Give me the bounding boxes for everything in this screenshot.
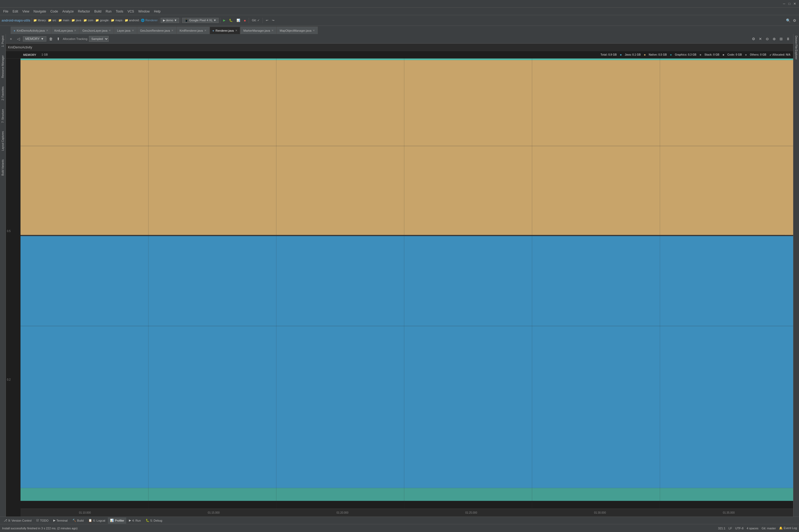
menu-vcs[interactable]: VCS: [125, 9, 137, 14]
menu-help[interactable]: Help: [152, 9, 163, 14]
code-label: Code: 0 GB: [727, 53, 742, 56]
sidebar-item-resource-manager[interactable]: Resource Manager: [1, 54, 5, 80]
breadcrumb-main[interactable]: 📁 main: [58, 19, 69, 22]
sidebar-item-structure[interactable]: 7: Structure: [1, 108, 5, 125]
menu-navigate[interactable]: Navigate: [32, 9, 48, 14]
breadcrumb-library[interactable]: 📁 library: [33, 19, 46, 22]
tab-close-kmldemoactivity[interactable]: ✕: [46, 29, 48, 32]
breadcrumb-src[interactable]: 📁 src: [48, 19, 56, 22]
java-dot: ■: [620, 53, 622, 56]
maximize-button[interactable]: □: [787, 2, 792, 6]
redo-button[interactable]: ↪: [270, 17, 276, 24]
tab-geojsonlayer[interactable]: GeoJsonLayer.java ✕: [79, 26, 114, 34]
bottom-tab-build[interactable]: 🔨 Build: [70, 517, 86, 524]
profile-button[interactable]: 📊: [235, 17, 242, 24]
tab-geojsonrenderer[interactable]: GeoJsonRenderer.java ✕: [137, 26, 177, 34]
menu-tools[interactable]: Tools: [114, 9, 125, 14]
sidebar-item-favorites[interactable]: 2: Favorites: [1, 85, 5, 102]
bottom-tab-todo[interactable]: ☑ TODO: [34, 517, 51, 524]
status-message: Install successfully finished in 3 s 222…: [2, 527, 77, 530]
memory-chart-svg: [20, 59, 793, 509]
search-everywhere-button[interactable]: 🔍: [785, 18, 791, 23]
menu-build[interactable]: Build: [92, 9, 104, 14]
git-button[interactable]: Git: ✓: [250, 17, 261, 24]
profiler-controls: ⚙ ✕ ⊖ ⊕ ⊞ ⏸: [750, 36, 791, 42]
tab-mapobjectmanager[interactable]: MapObjectManager.java ✕: [277, 26, 318, 34]
tab-close-kmlrenderer[interactable]: ✕: [204, 29, 206, 32]
bottom-tab-terminal[interactable]: ▶ Terminal: [51, 517, 70, 524]
undo-button[interactable]: ↩: [264, 17, 270, 24]
cursor-position[interactable]: 321:1: [718, 527, 726, 530]
menu-file[interactable]: File: [1, 9, 11, 14]
tab-kmldemoactivity[interactable]: ● KmlDemoActivity.java ✕: [11, 26, 51, 34]
menu-code[interactable]: Code: [48, 9, 60, 14]
git-branch[interactable]: Git: master: [762, 527, 776, 530]
minimize-button[interactable]: ─: [782, 2, 786, 6]
breadcrumb-com[interactable]: 📁 com: [83, 19, 93, 22]
tab-kmlrenderer[interactable]: KmlRenderer.java ✕: [177, 26, 209, 34]
tab-kmllayer[interactable]: KmlLayer.java ✕: [51, 26, 79, 34]
settings-button[interactable]: ⚙: [792, 18, 797, 23]
debug-button[interactable]: 🐛: [228, 17, 234, 24]
menu-window[interactable]: Window: [136, 9, 152, 14]
tab-close-kmllayer[interactable]: ✕: [74, 29, 76, 32]
device-selector[interactable]: 📱 Google Pixel 4 XL ▼: [182, 18, 219, 23]
run-button[interactable]: ▶: [222, 17, 227, 24]
tab-close-renderer[interactable]: ✕: [235, 29, 237, 32]
breadcrumb-java[interactable]: 📁 java: [71, 19, 81, 22]
indent[interactable]: 4 spaces: [747, 527, 759, 530]
tab-layer[interactable]: Layer.java ✕: [114, 26, 137, 34]
sampled-dropdown[interactable]: Sampled Full None: [89, 36, 109, 42]
breadcrumb-google[interactable]: 📁 google: [95, 19, 109, 22]
close-profiler-button[interactable]: ✕: [758, 36, 763, 42]
tab-renderer[interactable]: ● Renderer.java ✕: [210, 26, 240, 34]
breadcrumb-renderer[interactable]: 🌐 Renderer: [141, 19, 158, 22]
chart-area[interactable]: 0.5 0.2 10000 10000: [6, 59, 793, 517]
export-button[interactable]: ⬆: [55, 36, 61, 42]
bottom-tab-debug[interactable]: 🐛 5: Debug: [144, 517, 165, 524]
breadcrumb-android[interactable]: 📁 android: [125, 19, 139, 22]
menu-view[interactable]: View: [20, 9, 32, 14]
pause-button[interactable]: ⏸: [785, 36, 791, 42]
sidebar-item-layout-captures[interactable]: Layout Captures: [1, 130, 5, 152]
zoom-fit-button[interactable]: ⊞: [778, 36, 784, 42]
sidebar-item-project[interactable]: 1: Project: [1, 34, 5, 49]
bottom-tab-run[interactable]: ▶ 4: Run: [127, 517, 143, 524]
code-dot: ■: [723, 53, 724, 56]
bottom-tab-vcs[interactable]: ⎇ 9: Version Control: [2, 517, 34, 524]
settings-profiler-button[interactable]: ⚙: [750, 36, 757, 42]
menu-refactor[interactable]: Refactor: [76, 9, 92, 14]
event-log[interactable]: 🔔 Event Log: [779, 527, 797, 530]
menu-bar: File Edit View Navigate Code Analyze Ref…: [0, 7, 799, 15]
stop-button[interactable]: ■: [242, 17, 248, 24]
close-button[interactable]: ✕: [793, 2, 797, 6]
menu-run[interactable]: Run: [104, 9, 114, 14]
zoom-out-button[interactable]: ⊖: [764, 36, 770, 42]
line-ending[interactable]: LF: [729, 527, 732, 530]
run-config-selector[interactable]: ▶ demo ▼: [161, 18, 180, 23]
debug-icon: 🐛: [146, 519, 149, 522]
tab-markermanager[interactable]: MarkerManager.java ✕: [240, 26, 276, 34]
sidebar-item-build-variants[interactable]: Build Variants: [1, 158, 5, 177]
bottom-tab-logcat[interactable]: 📋 6: Logcat: [86, 517, 107, 524]
tab-label-kmldemoactivity: KmlDemoActivity.java: [17, 29, 45, 32]
profiler-nav-back-button[interactable]: ◁: [15, 36, 21, 42]
chart-total-info: Total: 0.9 GB ■ Java: 0.1 GB ■ Native: 0…: [601, 53, 791, 56]
native-label: Native: 0.5 GB: [649, 53, 667, 56]
menu-edit[interactable]: Edit: [11, 9, 20, 14]
delete-session-button[interactable]: 🗑: [48, 36, 54, 42]
charset[interactable]: UTF-8: [735, 527, 743, 530]
right-sidebar-device-explorer[interactable]: Device File Explorer: [794, 34, 798, 61]
tab-close-geojsonlayer[interactable]: ✕: [109, 29, 111, 32]
tab-close-geojsonrenderer[interactable]: ✕: [171, 29, 174, 32]
memory-selector[interactable]: MEMORY ▼: [23, 36, 46, 41]
activity-row: KmlDemoActivity: [6, 44, 793, 51]
tab-close-markermanager[interactable]: ✕: [271, 29, 274, 32]
bottom-tab-profiler[interactable]: 📊 Profiler: [108, 517, 126, 524]
menu-analyze[interactable]: Analyze: [60, 9, 76, 14]
zoom-in-button[interactable]: ⊕: [771, 36, 777, 42]
tab-close-mapobjectmanager[interactable]: ✕: [313, 29, 315, 32]
profiler-back-button[interactable]: +: [8, 36, 14, 42]
tab-close-layer[interactable]: ✕: [132, 29, 134, 32]
breadcrumb-maps[interactable]: 📁 maps: [111, 19, 123, 22]
